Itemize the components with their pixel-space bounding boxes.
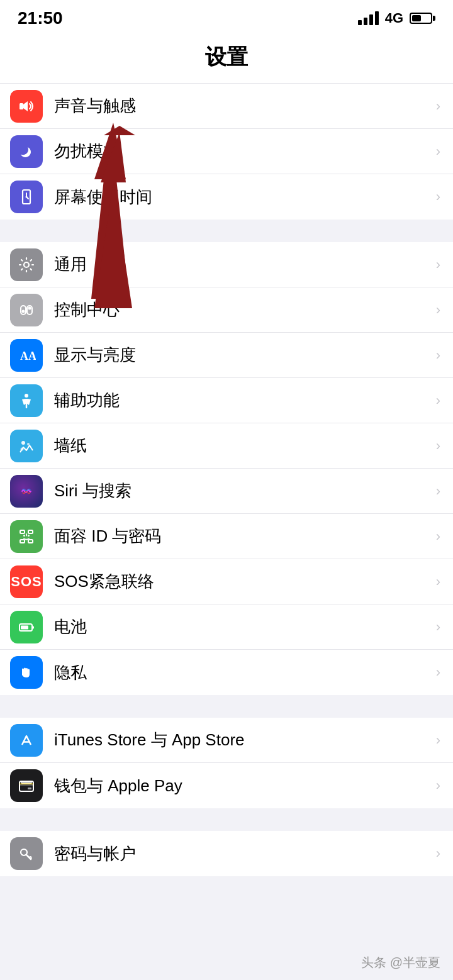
svg-rect-30 (32, 626, 34, 628)
keychain-label: 密码与帐户 (54, 843, 431, 865)
settings-group-2: 通用 › 控制中心 › AA 显示与亮度 › (0, 242, 453, 695)
settings-item-wallpaper[interactable]: 墙纸 › (0, 423, 453, 469)
sound-label: 声音与触感 (54, 95, 431, 117)
siri-label: Siri 与搜索 (54, 480, 431, 502)
settings-item-dnd[interactable]: 勿扰模式 › (0, 129, 453, 174)
svg-point-7 (26, 196, 28, 198)
settings-item-screentime[interactable]: 屏幕使用时间 › (0, 174, 453, 220)
svg-point-8 (24, 262, 29, 267)
itunes-icon (10, 724, 43, 757)
controlcenter-chevron: › (436, 302, 440, 318)
svg-rect-24 (28, 540, 33, 543)
sos-label: SOS紧急联络 (54, 571, 431, 593)
settings-item-accessibility[interactable]: 辅助功能 › (0, 378, 453, 423)
privacy-label: 隐私 (54, 662, 431, 684)
siri-icon (10, 475, 43, 508)
wallpaper-label: 墙纸 (54, 435, 431, 457)
display-chevron: › (436, 347, 440, 364)
display-label: 显示与亮度 (54, 344, 431, 366)
keychain-chevron: › (436, 845, 440, 862)
svg-point-14 (25, 394, 28, 398)
svg-point-25 (23, 535, 25, 537)
svg-rect-3 (20, 103, 23, 109)
battery-icon (410, 13, 435, 24)
display-icon: AA (10, 339, 43, 372)
svg-rect-29 (21, 625, 28, 629)
settings-item-faceid[interactable]: 面容 ID 与密码 › (0, 514, 453, 559)
faceid-label: 面容 ID 与密码 (54, 525, 431, 547)
status-bar: 21:50 4G (0, 0, 453, 34)
dnd-icon (10, 135, 43, 168)
settings-item-sound[interactable]: 声音与触感 › (0, 84, 453, 129)
controlcenter-label: 控制中心 (54, 299, 431, 321)
sound-icon (10, 90, 43, 123)
divider-1 (0, 220, 453, 242)
battery-chevron: › (436, 619, 440, 635)
faceid-icon (10, 520, 43, 553)
privacy-icon (10, 656, 43, 689)
settings-item-wallet[interactable]: 钱包与 Apple Pay › (0, 763, 453, 808)
svg-point-16 (21, 441, 25, 445)
settings-item-display[interactable]: AA 显示与亮度 › (0, 333, 453, 378)
sos-icon: SOS (10, 565, 43, 598)
svg-rect-23 (20, 540, 25, 543)
wallet-chevron: › (436, 777, 440, 794)
accessibility-icon (10, 384, 43, 417)
lte-label: 4G (385, 10, 403, 26)
sos-chevron: › (436, 574, 440, 590)
svg-text:AA: AA (20, 350, 36, 362)
settings-item-battery[interactable]: 电池 › (0, 604, 453, 650)
keychain-icon (10, 837, 43, 870)
svg-rect-21 (20, 530, 25, 533)
general-chevron: › (436, 257, 440, 273)
settings-item-privacy[interactable]: 隐私 › (0, 650, 453, 695)
wallpaper-chevron: › (436, 438, 440, 454)
settings-item-general[interactable]: 通用 › (0, 242, 453, 287)
settings-list: 声音与触感 › 勿扰模式 › 屏幕使用时间 › (0, 84, 453, 876)
signal-bars (358, 11, 379, 25)
svg-line-40 (30, 858, 32, 859)
general-label: 通用 (54, 253, 431, 276)
svg-rect-35 (20, 784, 33, 785)
settings-item-itunes[interactable]: iTunes Store 与 App Store › (0, 718, 453, 763)
faceid-chevron: › (436, 528, 440, 545)
accessibility-label: 辅助功能 (54, 389, 431, 411)
svg-point-10 (22, 309, 25, 313)
wallet-label: 钱包与 Apple Pay (54, 775, 431, 797)
status-right: 4G (358, 10, 435, 26)
battery-settings-icon (10, 611, 43, 643)
svg-rect-36 (28, 788, 31, 789)
wallet-icon (10, 769, 43, 802)
divider-3 (0, 808, 453, 831)
wallpaper-icon (10, 430, 43, 462)
settings-group-1: 声音与触感 › 勿扰模式 › 屏幕使用时间 › (0, 84, 453, 220)
settings-item-keychain[interactable]: 密码与帐户 › (0, 831, 453, 876)
svg-point-12 (28, 306, 31, 309)
svg-rect-34 (21, 782, 31, 784)
settings-group-4: 密码与帐户 › (0, 831, 453, 876)
sound-chevron: › (436, 98, 440, 114)
controlcenter-icon (10, 294, 43, 326)
itunes-chevron: › (436, 732, 440, 749)
dnd-label: 勿扰模式 (54, 140, 431, 162)
accessibility-chevron: › (436, 393, 440, 409)
itunes-label: iTunes Store 与 App Store (54, 729, 431, 751)
divider-2 (0, 695, 453, 718)
settings-item-siri[interactable]: Siri 与搜索 › (0, 469, 453, 514)
settings-item-sos[interactable]: SOS SOS紧急联络 › (0, 559, 453, 604)
battery-label: 电池 (54, 616, 431, 638)
page-title: 设置 (0, 43, 453, 72)
page-title-bar: 设置 (0, 34, 453, 84)
screentime-icon (10, 181, 43, 213)
settings-item-controlcenter[interactable]: 控制中心 › (0, 287, 453, 333)
svg-rect-22 (28, 530, 33, 533)
svg-point-26 (28, 535, 30, 537)
siri-chevron: › (436, 483, 440, 499)
general-icon (10, 248, 43, 281)
dnd-chevron: › (436, 143, 440, 160)
svg-line-39 (29, 857, 31, 857)
settings-group-3: iTunes Store 与 App Store › 钱包与 Apple Pay… (0, 718, 453, 808)
privacy-chevron: › (436, 664, 440, 681)
watermark: 头条 @半壶夏 (361, 954, 440, 971)
sos-text: SOS (11, 574, 42, 590)
